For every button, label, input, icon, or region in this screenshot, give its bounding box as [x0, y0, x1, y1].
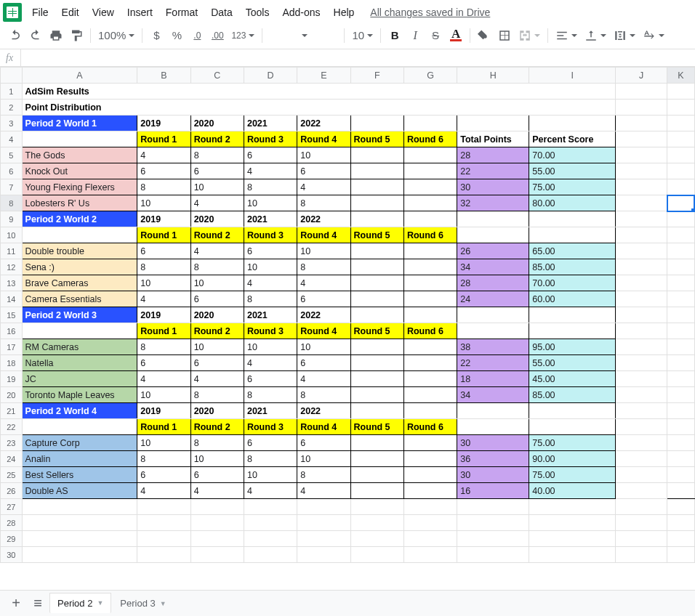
row-header[interactable]: 15	[1, 307, 23, 323]
score-cell[interactable]	[403, 179, 457, 195]
fill-color-button[interactable]	[475, 26, 494, 45]
cell[interactable]	[616, 515, 667, 531]
score-cell[interactable]: 10	[297, 339, 350, 355]
cell[interactable]	[667, 195, 694, 211]
cell[interactable]	[616, 307, 667, 323]
score-cell[interactable]: 10	[297, 147, 350, 163]
score-cell[interactable]: 4	[190, 371, 244, 387]
row-header[interactable]: 9	[1, 211, 23, 227]
cell[interactable]	[616, 211, 667, 227]
cell[interactable]	[297, 515, 350, 531]
round-header[interactable]: Round 1	[137, 419, 190, 435]
total-cell[interactable]: 26	[457, 243, 529, 259]
score-cell[interactable]	[350, 467, 403, 483]
cell[interactable]	[350, 115, 403, 131]
team-name[interactable]: Camera Essentials	[22, 291, 137, 307]
score-cell[interactable]: 10	[244, 339, 297, 355]
score-cell[interactable]	[350, 387, 403, 403]
italic-button[interactable]: I	[406, 26, 425, 45]
cell[interactable]	[457, 227, 529, 243]
round-header[interactable]: Round 4	[297, 227, 350, 243]
year-header[interactable]: 2019	[137, 211, 190, 227]
column-header[interactable]: H	[457, 68, 529, 84]
text-wrap-button[interactable]	[611, 26, 638, 45]
menu-help[interactable]: Help	[328, 4, 361, 21]
round-header[interactable]: Round 4	[297, 131, 350, 147]
vertical-align-button[interactable]	[582, 26, 609, 45]
score-cell[interactable]	[403, 163, 457, 179]
total-cell[interactable]: 28	[457, 147, 529, 163]
score-cell[interactable]: 8	[190, 387, 244, 403]
cell[interactable]	[667, 467, 694, 483]
cell[interactable]	[22, 531, 137, 547]
column-header[interactable]: K	[667, 68, 694, 84]
cell[interactable]	[137, 515, 190, 531]
cell[interactable]	[529, 547, 616, 563]
team-name[interactable]: Natella	[22, 355, 137, 371]
year-header[interactable]: 2020	[190, 403, 244, 419]
score-cell[interactable]: 10	[190, 339, 244, 355]
round-header[interactable]: Round 5	[350, 419, 403, 435]
cell[interactable]	[529, 419, 616, 435]
round-header[interactable]: Round 1	[137, 131, 190, 147]
cell[interactable]	[457, 211, 529, 227]
cell[interactable]	[403, 211, 457, 227]
row-header[interactable]: 16	[1, 323, 23, 339]
cell[interactable]	[350, 403, 403, 419]
year-header[interactable]: 2021	[244, 211, 297, 227]
cell[interactable]	[667, 371, 694, 387]
menu-edit[interactable]: Edit	[56, 4, 85, 21]
total-header[interactable]: Total Points	[457, 131, 529, 147]
cell[interactable]	[350, 547, 403, 563]
cell[interactable]	[403, 499, 457, 515]
cell[interactable]	[22, 499, 137, 515]
cell[interactable]	[616, 467, 667, 483]
cell[interactable]	[667, 259, 694, 275]
cell[interactable]	[616, 243, 667, 259]
column-header[interactable]: I	[529, 68, 616, 84]
total-cell[interactable]: 28	[457, 275, 529, 291]
score-cell[interactable]: 6	[190, 467, 244, 483]
score-cell[interactable]: 4	[244, 275, 297, 291]
cell[interactable]	[22, 515, 137, 531]
score-cell[interactable]: 8	[297, 467, 350, 483]
zoom-dropdown[interactable]: 100%	[95, 26, 137, 45]
cell[interactable]	[190, 547, 244, 563]
score-cell[interactable]	[403, 259, 457, 275]
cell[interactable]	[667, 227, 694, 243]
total-cell[interactable]: 22	[457, 163, 529, 179]
score-cell[interactable]: 8	[190, 259, 244, 275]
cell[interactable]	[403, 115, 457, 131]
column-header[interactable]: A	[22, 68, 137, 84]
percent-cell[interactable]: 75.00	[529, 467, 616, 483]
score-cell[interactable]: 6	[137, 355, 190, 371]
score-cell[interactable]: 8	[244, 451, 297, 467]
score-cell[interactable]	[350, 371, 403, 387]
row-header[interactable]: 14	[1, 291, 23, 307]
score-cell[interactable]	[403, 483, 457, 499]
world-header[interactable]: Period 2 World 2	[22, 211, 137, 227]
cell[interactable]	[457, 499, 529, 515]
score-cell[interactable]: 8	[137, 179, 190, 195]
row-header[interactable]: 17	[1, 339, 23, 355]
percent-cell[interactable]: 75.00	[529, 179, 616, 195]
cell[interactable]	[403, 547, 457, 563]
score-cell[interactable]	[403, 243, 457, 259]
total-cell[interactable]: 34	[457, 387, 529, 403]
title-cell[interactable]: AdSim Results	[22, 84, 615, 100]
total-cell[interactable]: 36	[457, 451, 529, 467]
score-cell[interactable]: 6	[297, 435, 350, 451]
row-header[interactable]: 23	[1, 435, 23, 451]
score-cell[interactable]: 4	[137, 483, 190, 499]
score-cell[interactable]: 6	[244, 147, 297, 163]
score-cell[interactable]	[403, 291, 457, 307]
world-header[interactable]: Period 2 World 1	[22, 115, 137, 131]
round-header[interactable]: Round 3	[244, 323, 297, 339]
score-cell[interactable]: 6	[297, 291, 350, 307]
row-header[interactable]: 20	[1, 387, 23, 403]
row-header[interactable]: 30	[1, 547, 23, 563]
score-cell[interactable]: 4	[244, 483, 297, 499]
team-name[interactable]: Lobesters R' Us	[22, 195, 137, 211]
score-cell[interactable]: 8	[137, 451, 190, 467]
year-header[interactable]: 2022	[297, 211, 350, 227]
